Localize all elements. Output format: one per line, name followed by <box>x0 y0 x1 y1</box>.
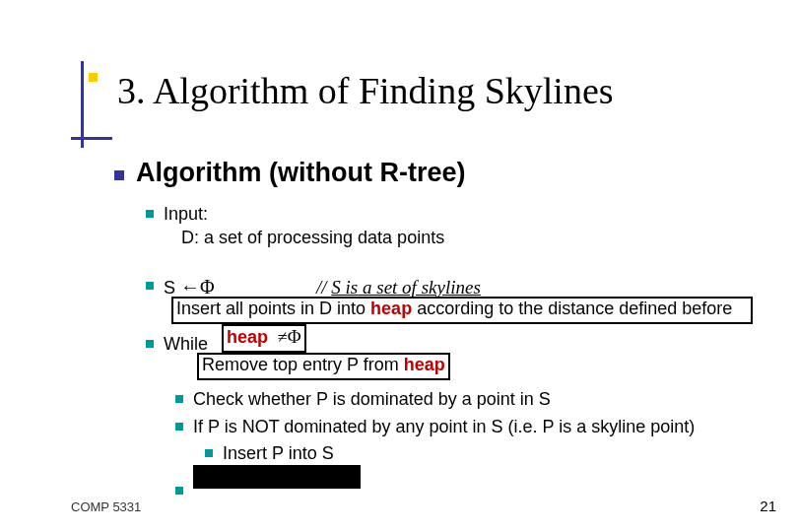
footer-course-code: COMP 5331 <box>71 499 141 514</box>
bullet-icon <box>175 487 183 495</box>
heap-keyword: heap <box>227 327 268 347</box>
step-if: If P is NOT dominated by any point in S … <box>193 417 695 436</box>
bullet-icon <box>175 423 183 431</box>
title-decoration <box>71 61 114 148</box>
input-label: Input: <box>164 204 208 224</box>
step-check-row: Check whether P is dominated by a point … <box>108 387 759 411</box>
neq-symbol: ≠ <box>278 327 288 347</box>
black-redaction-box <box>193 465 361 489</box>
heap-keyword: heap <box>404 355 445 374</box>
heap-keyword: heap <box>370 299 412 318</box>
bullet-icon <box>114 170 124 180</box>
title-bar-vertical <box>81 61 84 148</box>
title-dot-icon <box>89 73 98 82</box>
step-insert: Insert P into S <box>223 443 334 463</box>
algorithm-heading: Algorithm (without R-tree) <box>136 158 465 187</box>
bullet-icon <box>175 395 183 403</box>
input-line: D: a set of processing data points <box>164 228 444 247</box>
step-insert-row: Insert P into S <box>108 441 759 465</box>
step-check: Check whether P is dominated by a point … <box>193 389 551 409</box>
box-insert-heap: Insert all points in D into heap accordi… <box>171 297 753 324</box>
box-while-cond: heap ≠Φ <box>222 324 306 353</box>
bullet-icon <box>146 340 154 348</box>
input-block: Input: D: a set of processing data point… <box>108 202 759 250</box>
bullet-icon <box>205 449 213 457</box>
bullet-icon <box>146 282 154 290</box>
bullet-icon <box>146 210 154 218</box>
assign-lhs: S <box>164 278 175 298</box>
title-area: 3. Algorithm of Finding Skylines <box>71 61 741 148</box>
slide-title: 3. Algorithm of Finding Skylines <box>117 69 614 112</box>
slide: 3. Algorithm of Finding Skylines Algorit… <box>0 0 798 532</box>
assign-arrow: ← <box>180 276 200 298</box>
phi-symbol: Φ <box>288 326 301 347</box>
heading-row: Algorithm (without R-tree) <box>108 158 759 188</box>
title-bar-horizontal <box>71 137 112 140</box>
assign-rhs: Φ <box>200 276 215 298</box>
while-word: While <box>164 334 208 354</box>
step-if-row: If P is NOT dominated by any point in S … <box>108 415 759 438</box>
box-remove-top: Remove top entry P from heap <box>197 353 450 380</box>
assign-comment: // S is a set of skylines <box>316 277 481 298</box>
footer-page-number: 21 <box>760 498 776 514</box>
content-area: Algorithm (without R-tree) Input: D: a s… <box>108 158 759 491</box>
